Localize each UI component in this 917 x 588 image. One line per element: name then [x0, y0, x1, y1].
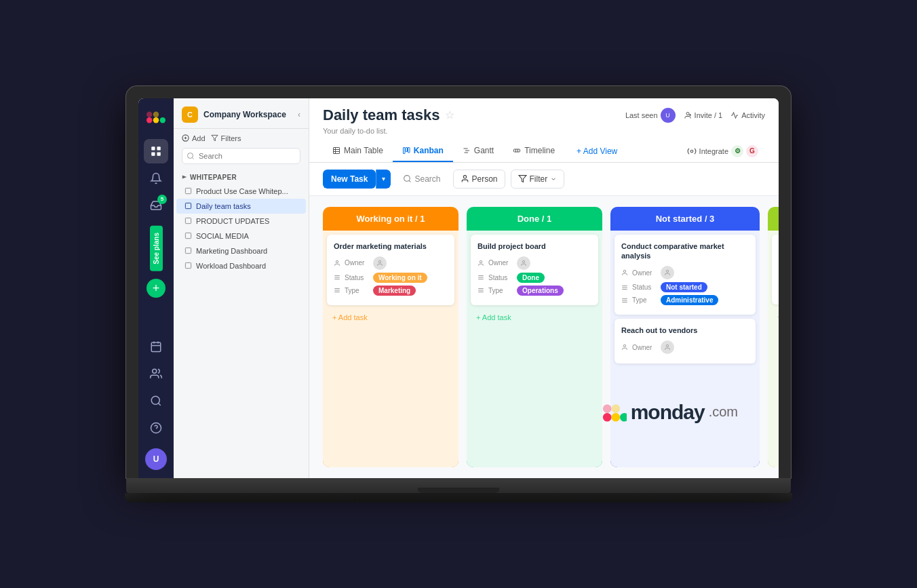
svg-point-65 [666, 270, 668, 272]
add-task-done[interactable]: + Add task [467, 308, 602, 327]
svg-rect-5 [151, 146, 155, 150]
card-status-field: Status Done [477, 273, 591, 283]
kanban-card-order-marketing[interactable]: Order marketing materials Owner [327, 235, 454, 305]
star-icon[interactable]: ☆ [445, 109, 454, 121]
card-owner-avatar [517, 256, 530, 270]
svg-point-57 [522, 260, 524, 262]
card-owner-field: Owner [477, 256, 591, 270]
board-header: Daily team tasks ☆ Last seen U [309, 98, 779, 163]
left-nav: 5 See plans + [138, 98, 174, 478]
workspace-name: Company Workspace [203, 110, 292, 119]
nav-logo[interactable] [145, 106, 167, 128]
invite-btn[interactable]: Invite / 1 [684, 111, 723, 119]
card-status-field: Status Working on it [334, 273, 448, 283]
tab-gantt[interactable]: Gantt [453, 140, 503, 162]
svg-rect-25 [185, 233, 191, 238]
toolbar-filter-btn[interactable]: Filter [511, 170, 565, 189]
card-type-field: Type Administrative [621, 295, 749, 305]
nav-people[interactable] [144, 361, 168, 386]
sidebar: C Company Workspace ‹ Add Filters [174, 98, 309, 478]
card-owner-avatar [373, 256, 387, 270]
kanban-column-not-started: Not started / 3 Conduct comparative mark… [610, 207, 760, 467]
kanban-col-header-done: Done / 1 [467, 207, 602, 231]
integrate-icon-2: G [746, 145, 758, 157]
svg-rect-9 [151, 342, 161, 352]
activity-btn[interactable]: Activity [730, 111, 765, 119]
nav-home[interactable] [144, 139, 168, 163]
sidebar-filters-btn[interactable]: Filters [211, 134, 241, 142]
laptop-base [126, 478, 791, 493]
sidebar-search[interactable] [174, 148, 309, 170]
add-task-waiting[interactable]: + Add task [768, 307, 779, 326]
type-badge: Administrative [661, 295, 718, 305]
nav-search[interactable] [144, 389, 168, 413]
svg-rect-31 [334, 147, 340, 153]
board-toolbar: New Task ▾ Search Person [309, 163, 779, 196]
svg-rect-8 [157, 152, 161, 155]
toolbar-search[interactable]: Search [396, 170, 447, 188]
kanban-card-reach-out[interactable]: Reach out to vendors Owner [614, 319, 756, 364]
sidebar-header: C Company Workspace ‹ [174, 98, 309, 129]
sidebar-section-header-whitepaper[interactable]: WHITEPAPER [174, 171, 309, 184]
svg-point-73 [666, 345, 668, 347]
card-owner-field: Owner [334, 256, 448, 270]
sidebar-item-marketing-dashboard[interactable]: Marketing Dashboard [176, 243, 306, 258]
svg-point-45 [404, 176, 410, 182]
kanban-card-comparative-market[interactable]: Conduct comparative market analysis Owne… [614, 235, 756, 315]
board-title: Daily team tasks [323, 106, 440, 124]
sidebar-search-input[interactable] [182, 148, 300, 164]
integrate-icons: ⚙ G [731, 145, 758, 157]
add-view-btn[interactable]: + Add View [567, 141, 627, 161]
sidebar-collapse-btn[interactable]: ‹ [298, 110, 300, 119]
new-task-button[interactable]: New Task [323, 170, 376, 189]
toolbar-person-btn[interactable]: Person [453, 170, 505, 189]
kanban-card-remarketing[interactable]: Build remarketing campa... Owner [772, 235, 779, 305]
card-title: Conduct comparative market analysis [621, 241, 749, 261]
svg-point-49 [378, 260, 381, 262]
svg-rect-27 [185, 262, 191, 268]
nav-add-button[interactable]: + [147, 279, 165, 298]
nav-inbox[interactable]: 5 [144, 193, 168, 218]
card-type-field: Type Operations [477, 286, 591, 296]
new-task-wrapper: New Task ▾ [323, 170, 391, 189]
kanban-col-body-working: Order marketing materials Owner [323, 231, 459, 467]
nav-notifications[interactable] [144, 166, 168, 191]
see-plans-button[interactable]: See plans [150, 226, 163, 271]
svg-point-64 [623, 270, 625, 272]
nav-help[interactable] [144, 416, 168, 440]
type-badge: Marketing [373, 286, 416, 296]
tab-kanban[interactable]: Kanban [393, 140, 453, 162]
laptop-shell: 5 See plans + [126, 86, 791, 503]
status-badge: Not started [661, 282, 707, 292]
kanban-card-build-project[interactable]: Build project board Owner [471, 235, 598, 305]
kanban-col-header-waiting: Waiting / [768, 207, 779, 231]
integrate-btn[interactable]: Integrate ⚙ G [680, 141, 765, 161]
board-tabs: Main Table Kanban Gantt [323, 140, 765, 162]
tab-timeline[interactable]: Timeline [503, 140, 564, 162]
sidebar-item-daily-team-tasks[interactable]: Daily team tasks [176, 199, 306, 214]
svg-point-28 [686, 112, 689, 115]
svg-point-48 [336, 260, 338, 262]
sidebar-item-social-media[interactable]: SOCIAL MEDIA [176, 229, 306, 243]
add-task-working[interactable]: + Add task [323, 308, 459, 327]
sidebar-add-btn[interactable]: Add [182, 134, 206, 142]
sidebar-item-product-use-case[interactable]: Product Use Case Whitep... [176, 184, 306, 199]
kanban-board: Working on it / 1 Order marketing materi… [309, 196, 779, 478]
nav-calendar[interactable] [144, 334, 168, 359]
svg-marker-20 [211, 135, 217, 140]
svg-point-1 [153, 117, 159, 123]
tab-main-table[interactable]: Main Table [323, 140, 393, 162]
workspace-icon: C [182, 106, 198, 123]
card-title: Order marketing materials [334, 241, 448, 251]
new-task-dropdown[interactable]: ▾ [376, 170, 391, 189]
sidebar-item-product-updates[interactable]: PRODUCT UPDATES [176, 214, 306, 229]
kanban-col-body-waiting: Build remarketing campa... Owner [768, 231, 779, 467]
sidebar-item-workload-dashboard[interactable]: Workload Dashboard [176, 258, 306, 273]
header-actions: Last seen U Invite / 1 Activity [625, 108, 765, 123]
svg-point-56 [480, 260, 482, 262]
user-avatar[interactable]: U [145, 448, 167, 470]
card-type-field: Type Marketing [334, 286, 448, 296]
svg-point-14 [151, 396, 159, 404]
svg-marker-47 [519, 176, 526, 182]
svg-rect-37 [408, 147, 410, 153]
